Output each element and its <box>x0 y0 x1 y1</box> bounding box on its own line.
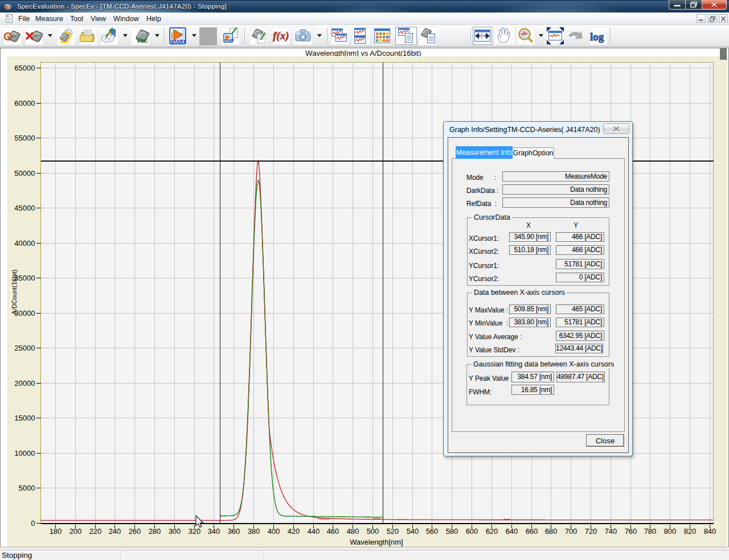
svg-text:START: START <box>170 39 186 44</box>
svg-text:START: START <box>224 39 235 42</box>
svg-text:Ver.: Ver. <box>137 37 148 44</box>
svg-text:f(x): f(x) <box>273 30 289 42</box>
svg-text:log: log <box>590 31 604 43</box>
